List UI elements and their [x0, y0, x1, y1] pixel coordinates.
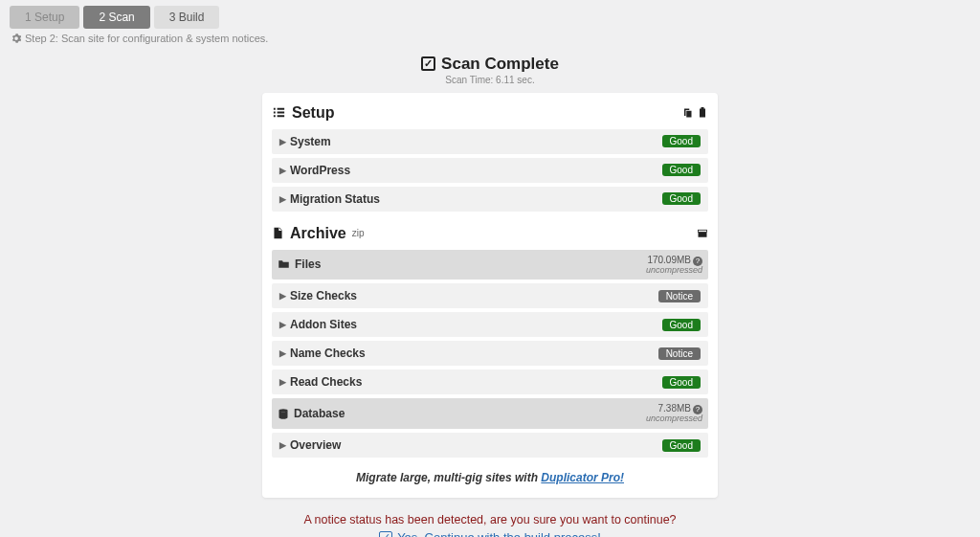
caret-right-icon: ▶	[279, 137, 286, 146]
files-subheader: Files 170.09MB? uncompressed	[272, 250, 708, 280]
svg-point-2	[279, 409, 288, 412]
status-badge: Good	[662, 192, 701, 205]
wizard-tabs: 1 Setup 2 Scan 3 Build	[0, 0, 980, 29]
copy-icon[interactable]	[681, 107, 693, 119]
gear-icon	[11, 34, 21, 43]
caret-right-icon: ▶	[279, 194, 286, 204]
status-badge: Good	[662, 164, 701, 176]
status-badge: Good	[662, 439, 701, 452]
scan-complete-title: ✓ Scan Complete	[421, 55, 559, 74]
caret-right-icon: ▶	[279, 377, 286, 387]
row-size-checks[interactable]: ▶Size Checks Notice	[272, 283, 708, 308]
info-icon[interactable]: ?	[693, 257, 702, 266]
setup-section-title: Setup	[272, 104, 334, 122]
check-icon: ✓	[421, 56, 435, 71]
checkbox-icon: ✓	[379, 531, 392, 537]
folder-open-icon	[278, 258, 290, 270]
promo-link[interactable]: Duplicator Pro!	[541, 471, 624, 484]
status-badge: Good	[662, 135, 701, 147]
status-badge: Good	[662, 376, 701, 389]
tab-scan[interactable]: 2 Scan	[83, 6, 149, 29]
row-system[interactable]: ▶System Good	[272, 129, 708, 154]
scan-time: Scan Time: 6.11 sec.	[0, 75, 980, 85]
status-badge: Good	[662, 319, 701, 331]
tab-setup: 1 Setup	[10, 6, 79, 29]
caret-right-icon: ▶	[279, 166, 286, 175]
row-addon-sites[interactable]: ▶Addon Sites Good	[272, 312, 708, 337]
paste-icon[interactable]	[697, 107, 708, 119]
row-overview[interactable]: ▶Overview Good	[272, 433, 708, 458]
database-subheader: Database 7.38MB? uncompressed	[272, 398, 708, 429]
status-badge: Notice	[658, 290, 701, 302]
row-wordpress[interactable]: ▶WordPress Good	[272, 158, 708, 183]
step-description: Step 2: Scan site for configuration & sy…	[0, 29, 980, 48]
results-panel: Setup ▶System Good ▶WordPress Good ▶Migr…	[262, 93, 718, 499]
row-name-checks[interactable]: ▶Name Checks Notice	[272, 341, 708, 366]
database-icon	[278, 408, 289, 420]
tab-build[interactable]: 3 Build	[154, 6, 220, 29]
caret-right-icon: ▶	[279, 348, 286, 358]
svg-rect-1	[699, 230, 707, 232]
caret-right-icon: ▶	[279, 320, 286, 329]
row-migration[interactable]: ▶Migration Status Good	[272, 187, 708, 212]
caret-right-icon: ▶	[279, 291, 286, 301]
promo-text: Migrate large, multi-gig sites with Dupl…	[272, 471, 708, 484]
row-read-checks[interactable]: ▶Read Checks Good	[272, 369, 708, 394]
window-icon[interactable]	[697, 228, 708, 239]
continue-checkbox[interactable]: ✓ Yes. Continue with the build process!	[379, 530, 601, 537]
list-icon	[272, 105, 286, 120]
file-icon	[272, 226, 284, 240]
caret-right-icon: ▶	[279, 440, 286, 450]
notice-warning: A notice status has been detected, are y…	[0, 513, 980, 526]
status-badge: Notice	[658, 347, 701, 360]
archive-section-title: Archive zip	[272, 225, 365, 242]
